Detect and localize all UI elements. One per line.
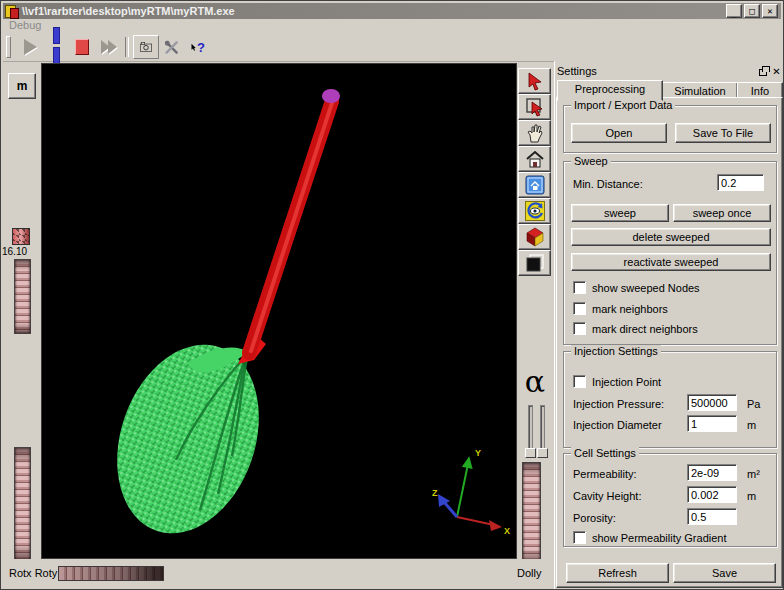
select-region-icon xyxy=(525,97,545,117)
maximize-button[interactable]: □ xyxy=(744,4,760,18)
toolbar-separator xyxy=(125,37,129,57)
step-forward-icon xyxy=(101,40,115,54)
seek-eye-icon xyxy=(525,201,545,221)
permeability-gradient-label: show Permeability Gradient xyxy=(592,532,727,544)
sweep-button[interactable]: sweep xyxy=(571,204,669,222)
axis-x-label: X xyxy=(504,526,510,536)
close-panel-button[interactable]: ✕ xyxy=(770,65,783,78)
perspective-cube-icon xyxy=(525,227,545,247)
stop-button[interactable] xyxy=(69,35,95,59)
rot-label: Rotx Roty xyxy=(9,567,57,579)
cavity-height-label: Cavity Height: xyxy=(573,490,641,502)
view-all-icon xyxy=(525,175,545,195)
injection-diameter-unit: m xyxy=(747,419,756,431)
home-icon xyxy=(525,150,545,169)
pause-button[interactable] xyxy=(43,35,69,59)
permeability-label: Permeability: xyxy=(573,468,637,480)
screenshot-button[interactable] xyxy=(133,35,159,59)
pan-tool-button[interactable] xyxy=(518,120,551,146)
permeability-gradient-row: show Permeability Gradient xyxy=(573,531,727,544)
cavity-height-unit: m xyxy=(747,490,756,502)
unit-mode-button[interactable]: m xyxy=(8,73,36,99)
porosity-input[interactable] xyxy=(687,508,737,525)
settings-header[interactable]: Settings ✕ xyxy=(557,63,783,79)
rot-slider[interactable] xyxy=(58,566,164,581)
injection-point-checkbox[interactable] xyxy=(573,375,586,388)
float-panel-button[interactable] xyxy=(757,65,770,78)
axis-gizmo: Y X Z xyxy=(432,448,510,536)
left-upper-slider[interactable] xyxy=(14,259,31,334)
injection-point-row: Injection Point xyxy=(573,375,661,388)
scale-value: 16.10 xyxy=(2,246,42,257)
injection-point-label: Injection Point xyxy=(592,376,661,388)
group-cell-title: Cell Settings xyxy=(571,447,639,459)
injection-pressure-input[interactable] xyxy=(687,394,737,411)
mark-direct-neighbors-checkbox[interactable] xyxy=(573,322,586,335)
injection-diameter-label: Injection Diameter xyxy=(573,419,662,431)
porosity-label: Porosity: xyxy=(573,512,616,524)
select-arrow-icon xyxy=(525,71,545,91)
title-bar[interactable]: \\vf1\rarbter\desktop\myRTM\myRTM.exe _ … xyxy=(3,3,781,19)
permeability-unit: m² xyxy=(747,468,760,480)
permeability-input[interactable] xyxy=(687,464,737,481)
app-icon xyxy=(5,5,18,18)
min-distance-input[interactable] xyxy=(717,174,764,191)
close-button[interactable]: ✕ xyxy=(762,4,778,18)
home-view-button[interactable] xyxy=(518,146,551,172)
show-sweeped-nodes-row: show sweeped Nodes xyxy=(573,281,700,294)
dolly-label: Dolly xyxy=(517,567,553,579)
open-button[interactable]: Open xyxy=(571,123,667,143)
tab-preprocessing[interactable]: Preprocessing xyxy=(557,80,663,101)
axis-y-label: Y xyxy=(475,448,481,458)
view-all-button[interactable] xyxy=(518,172,551,198)
pause-icon xyxy=(49,27,63,67)
mark-direct-neighbors-label: mark direct neighbors xyxy=(592,323,698,335)
step-button[interactable] xyxy=(95,35,121,59)
left-lower-slider[interactable] xyxy=(14,447,31,561)
select-tool-button[interactable] xyxy=(518,68,551,94)
show-sweeped-nodes-label: show sweeped Nodes xyxy=(592,282,700,294)
toolbar-handle[interactable] xyxy=(6,36,11,58)
help-question-glyph: ? xyxy=(197,40,205,55)
play-button[interactable] xyxy=(17,35,43,59)
group-sweep-title: Sweep xyxy=(571,155,611,167)
alpha-symbol: α xyxy=(518,367,552,397)
settings-title: Settings xyxy=(557,65,757,77)
mark-neighbors-row: mark neighbors xyxy=(573,302,668,315)
mark-neighbors-label: mark neighbors xyxy=(592,303,668,315)
minimize-button[interactable]: _ xyxy=(726,4,742,18)
alpha-slider-handle-1[interactable] xyxy=(525,448,536,458)
background-color-button[interactable] xyxy=(518,250,551,276)
show-sweeped-nodes-checkbox[interactable] xyxy=(573,281,586,294)
delete-sweeped-button[interactable]: delete sweeped xyxy=(571,228,771,246)
save-to-file-button[interactable]: Save To File xyxy=(675,123,771,143)
paddle-blade xyxy=(93,325,283,552)
application-window: \\vf1\rarbter\desktop\myRTM\myRTM.exe _ … xyxy=(0,0,784,590)
camera-icon xyxy=(140,40,152,54)
black-square-icon xyxy=(525,253,545,273)
min-distance-label: Min. Distance: xyxy=(573,178,643,190)
cavity-height-input[interactable] xyxy=(687,486,737,503)
sweep-once-button[interactable]: sweep once xyxy=(673,204,771,222)
seek-button[interactable] xyxy=(518,198,551,224)
select-region-button[interactable] xyxy=(518,94,551,120)
tools-button[interactable] xyxy=(159,35,185,59)
injection-diameter-input[interactable] xyxy=(687,415,737,432)
reactivate-sweeped-button[interactable]: reactivate sweeped xyxy=(571,253,771,271)
menu-bar: Debug xyxy=(3,19,781,33)
viewport-3d[interactable]: Y X Z xyxy=(41,63,517,559)
tools-icon xyxy=(165,39,179,56)
injection-pressure-label: Injection Pressure: xyxy=(573,398,664,410)
menu-debug[interactable]: Debug xyxy=(9,19,41,31)
context-help-button[interactable]: ? xyxy=(185,35,211,59)
camera-type-button[interactable] xyxy=(518,224,551,250)
colormap-icon[interactable] xyxy=(12,228,30,245)
mark-neighbors-checkbox[interactable] xyxy=(573,302,586,315)
permeability-gradient-checkbox[interactable] xyxy=(573,531,586,544)
hand-icon xyxy=(526,123,544,143)
axis-z-label: Z xyxy=(432,488,438,498)
refresh-button[interactable]: Refresh xyxy=(566,563,669,583)
dolly-slider[interactable] xyxy=(522,462,541,564)
save-button[interactable]: Save xyxy=(673,563,776,583)
alpha-slider-handle-2[interactable] xyxy=(537,448,548,458)
